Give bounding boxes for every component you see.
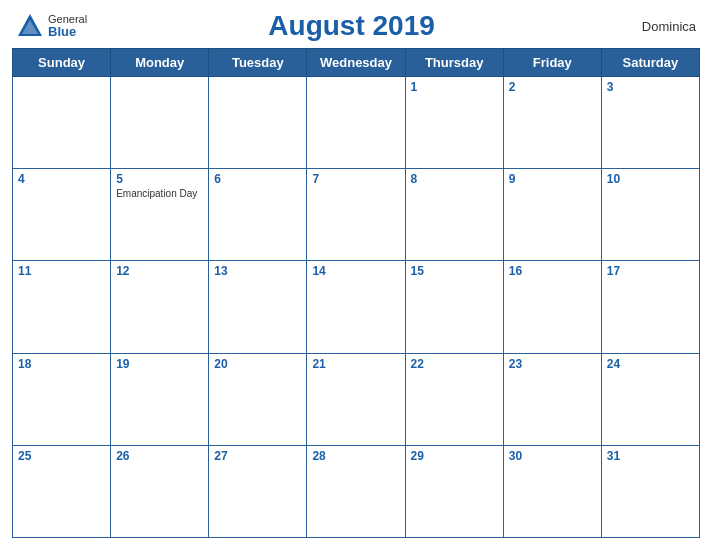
day-number: 6 [214, 172, 301, 186]
day-cell-3-0: 18 [13, 353, 111, 445]
day-number: 27 [214, 449, 301, 463]
day-number: 13 [214, 264, 301, 278]
day-number: 9 [509, 172, 596, 186]
day-number: 21 [312, 357, 399, 371]
day-cell-2-3: 14 [307, 261, 405, 353]
logo-text: General Blue [48, 13, 87, 39]
day-cell-2-1: 12 [111, 261, 209, 353]
day-number: 25 [18, 449, 105, 463]
logo-blue-text: Blue [48, 25, 87, 39]
day-cell-4-5: 30 [503, 445, 601, 537]
day-number: 29 [411, 449, 498, 463]
day-number: 5 [116, 172, 203, 186]
header-sunday: Sunday [13, 49, 111, 77]
logo: General Blue [16, 12, 87, 40]
header-monday: Monday [111, 49, 209, 77]
week-row-5: 25262728293031 [13, 445, 700, 537]
day-number: 7 [312, 172, 399, 186]
week-row-2: 45Emancipation Day678910 [13, 169, 700, 261]
calendar-title: August 2019 [87, 10, 616, 42]
day-cell-4-6: 31 [601, 445, 699, 537]
day-cell-1-4: 8 [405, 169, 503, 261]
day-cell-2-5: 16 [503, 261, 601, 353]
day-cell-4-4: 29 [405, 445, 503, 537]
day-number: 1 [411, 80, 498, 94]
day-cell-0-5: 2 [503, 77, 601, 169]
day-cell-0-2 [209, 77, 307, 169]
day-cell-3-1: 19 [111, 353, 209, 445]
day-number: 11 [18, 264, 105, 278]
header-friday: Friday [503, 49, 601, 77]
day-number: 31 [607, 449, 694, 463]
day-number: 15 [411, 264, 498, 278]
day-cell-4-1: 26 [111, 445, 209, 537]
day-cell-1-6: 10 [601, 169, 699, 261]
day-cell-1-1: 5Emancipation Day [111, 169, 209, 261]
day-cell-1-3: 7 [307, 169, 405, 261]
day-cell-4-3: 28 [307, 445, 405, 537]
day-number: 2 [509, 80, 596, 94]
header-wednesday: Wednesday [307, 49, 405, 77]
day-cell-2-6: 17 [601, 261, 699, 353]
day-number: 10 [607, 172, 694, 186]
day-cell-3-5: 23 [503, 353, 601, 445]
days-header-row: Sunday Monday Tuesday Wednesday Thursday… [13, 49, 700, 77]
day-number: 12 [116, 264, 203, 278]
week-row-3: 11121314151617 [13, 261, 700, 353]
week-row-4: 18192021222324 [13, 353, 700, 445]
day-number: 4 [18, 172, 105, 186]
day-cell-1-5: 9 [503, 169, 601, 261]
week-row-1: 123 [13, 77, 700, 169]
day-cell-0-3 [307, 77, 405, 169]
day-cell-3-6: 24 [601, 353, 699, 445]
day-cell-2-4: 15 [405, 261, 503, 353]
calendar-header: General Blue August 2019 Dominica [12, 10, 700, 42]
day-number: 19 [116, 357, 203, 371]
day-number: 26 [116, 449, 203, 463]
day-cell-1-2: 6 [209, 169, 307, 261]
day-cell-3-3: 21 [307, 353, 405, 445]
country-label: Dominica [616, 19, 696, 34]
day-cell-2-0: 11 [13, 261, 111, 353]
day-cell-3-2: 20 [209, 353, 307, 445]
day-number: 17 [607, 264, 694, 278]
day-number: 8 [411, 172, 498, 186]
day-number: 20 [214, 357, 301, 371]
day-cell-4-0: 25 [13, 445, 111, 537]
header-tuesday: Tuesday [209, 49, 307, 77]
day-number: 14 [312, 264, 399, 278]
day-number: 3 [607, 80, 694, 94]
day-number: 23 [509, 357, 596, 371]
day-cell-0-6: 3 [601, 77, 699, 169]
header-thursday: Thursday [405, 49, 503, 77]
logo-icon [16, 12, 44, 40]
calendar-container: General Blue August 2019 Dominica Sunday… [0, 0, 712, 550]
day-number: 30 [509, 449, 596, 463]
day-cell-0-4: 1 [405, 77, 503, 169]
day-cell-3-4: 22 [405, 353, 503, 445]
day-number: 16 [509, 264, 596, 278]
day-number: 28 [312, 449, 399, 463]
day-cell-0-0 [13, 77, 111, 169]
day-cell-0-1 [111, 77, 209, 169]
day-cell-4-2: 27 [209, 445, 307, 537]
day-number: 24 [607, 357, 694, 371]
header-saturday: Saturday [601, 49, 699, 77]
day-number: 22 [411, 357, 498, 371]
day-cell-1-0: 4 [13, 169, 111, 261]
day-number: 18 [18, 357, 105, 371]
calendar-table: Sunday Monday Tuesday Wednesday Thursday… [12, 48, 700, 538]
day-event: Emancipation Day [116, 188, 203, 200]
day-cell-2-2: 13 [209, 261, 307, 353]
